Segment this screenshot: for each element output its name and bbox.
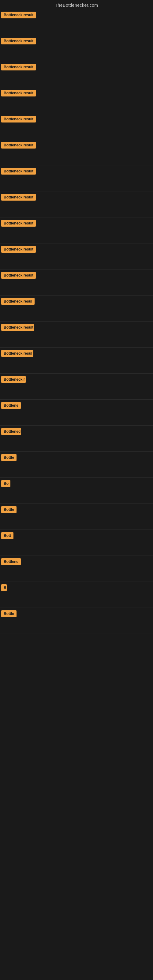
bottleneck-badge-12[interactable]: Bottleneck resul [1,298,35,305]
result-row-18: Bottle [1,454,152,461]
result-row-16: Bottlene [1,402,152,409]
result-section-1: Bottleneck result [0,9,153,35]
content-area-24 [1,619,152,631]
content-area-6 [1,150,152,162]
result-row-7: Bottleneck result [1,168,152,175]
content-area-17 [1,437,152,449]
result-row-6: Bottleneck result [1,142,152,148]
result-row-8: Bottleneck result [1,194,152,200]
result-row-20: Bottle [1,506,152,513]
site-title: TheBottlenecker.com [55,3,98,8]
result-section-20: Bottle [0,504,153,530]
result-row-23: B [1,584,152,591]
content-area-7 [1,177,152,189]
content-area-19 [1,489,152,501]
content-area-5 [1,124,152,137]
result-row-14: Bottleneck resul [1,350,152,357]
bottleneck-badge-11[interactable]: Bottleneck result [1,272,36,279]
content-area-15 [1,385,152,397]
result-section-3: Bottleneck result [0,61,153,87]
bottleneck-badge-13[interactable]: Bottleneck result [1,324,34,331]
bottleneck-badge-22[interactable]: Bottlene [1,558,21,565]
result-section-15: Bottleneck r [0,374,153,400]
bottleneck-badge-21[interactable]: Bott [1,532,13,539]
result-row-12: Bottleneck resul [1,298,152,305]
content-area-16 [1,411,152,423]
result-section-16: Bottlene [0,400,153,426]
bottleneck-badge-19[interactable]: Bo [1,480,10,487]
content-area-4 [1,98,152,111]
bottleneck-badge-23[interactable]: B [1,584,7,591]
content-area-2 [1,46,152,59]
content-area-12 [1,307,152,319]
result-section-2: Bottleneck result [0,35,153,61]
bottleneck-badge-6[interactable]: Bottleneck result [1,142,36,148]
result-section-22: Bottlene [0,556,153,582]
result-section-14: Bottleneck resul [0,348,153,374]
result-section-10: Bottleneck result [0,243,153,269]
result-row-2: Bottleneck result [1,38,152,45]
bottleneck-badge-10[interactable]: Bottleneck result [1,246,36,253]
bottleneck-badge-24[interactable]: Bottle [1,610,16,617]
result-section-17: Bottleneck [0,426,153,452]
bottleneck-badge-16[interactable]: Bottlene [1,402,21,409]
bottleneck-badge-8[interactable]: Bottleneck result [1,194,36,200]
result-row-5: Bottleneck result [1,116,152,123]
bottom-spacer [0,634,153,980]
bottleneck-badge-20[interactable]: Bottle [1,506,16,513]
content-area-1 [1,20,152,32]
result-section-9: Bottleneck result [0,218,153,243]
bottleneck-badge-1[interactable]: Bottleneck result [1,12,36,18]
result-section-6: Bottleneck result [0,139,153,165]
result-row-24: Bottle [1,610,152,617]
result-row-3: Bottleneck result [1,64,152,70]
result-section-8: Bottleneck result [0,191,153,218]
result-row-11: Bottleneck result [1,272,152,279]
bottleneck-badge-4[interactable]: Bottleneck result [1,90,36,97]
result-section-19: Bo [0,478,153,504]
result-section-12: Bottleneck resul [0,296,153,321]
result-row-22: Bottlene [1,558,152,565]
content-area-14 [1,359,152,371]
content-area-8 [1,202,152,215]
content-area-23 [1,593,152,605]
content-area-18 [1,463,152,475]
bottleneck-badge-2[interactable]: Bottleneck result [1,38,36,45]
result-section-5: Bottleneck result [0,113,153,139]
result-row-4: Bottleneck result [1,90,152,97]
result-section-7: Bottleneck result [0,165,153,191]
content-area-9 [1,229,152,241]
result-section-21: Bott [0,530,153,556]
content-area-21 [1,541,152,553]
result-row-9: Bottleneck result [1,220,152,227]
result-row-19: Bo [1,480,152,487]
result-row-15: Bottleneck r [1,376,152,383]
bottleneck-badge-18[interactable]: Bottle [1,454,16,461]
content-area-3 [1,72,152,84]
result-row-21: Bott [1,532,152,539]
bottleneck-badge-15[interactable]: Bottleneck r [1,376,26,383]
content-area-13 [1,332,152,345]
result-section-18: Bottle [0,452,153,478]
result-section-23: B [0,582,153,608]
result-row-13: Bottleneck result [1,324,152,331]
result-section-24: Bottle [0,608,153,634]
result-section-13: Bottleneck result [0,321,153,348]
bottleneck-badge-14[interactable]: Bottleneck resul [1,350,33,357]
result-row-10: Bottleneck result [1,246,152,253]
bottleneck-badge-7[interactable]: Bottleneck result [1,168,36,175]
content-area-22 [1,567,152,579]
site-header: TheBottlenecker.com [0,0,153,9]
content-area-20 [1,515,152,527]
content-area-11 [1,280,152,293]
result-section-4: Bottleneck result [0,87,153,113]
bottleneck-badge-17[interactable]: Bottleneck [1,428,21,435]
content-area-10 [1,255,152,267]
result-row-17: Bottleneck [1,428,152,435]
result-section-11: Bottleneck result [0,269,153,296]
bottleneck-badge-9[interactable]: Bottleneck result [1,220,36,227]
result-row-1: Bottleneck result [1,12,152,18]
bottleneck-badge-3[interactable]: Bottleneck result [1,64,36,70]
bottleneck-badge-5[interactable]: Bottleneck result [1,116,36,123]
